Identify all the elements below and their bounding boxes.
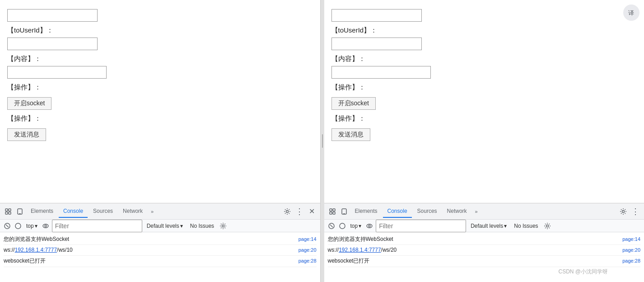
- svg-point-6: [286, 210, 288, 212]
- left-panel-content: 10 【toUserId】： 20 【内容】： hello websocket …: [0, 0, 320, 203]
- svg-point-19: [622, 210, 625, 212]
- right-action1-label: 【操作】：: [331, 83, 637, 92]
- left-console-page-3[interactable]: page:28: [299, 257, 317, 265]
- left-close-button[interactable]: ✕: [306, 206, 317, 216]
- svg-rect-2: [5, 212, 8, 214]
- right-top-label: top: [350, 223, 358, 229]
- left-console-page-2[interactable]: page:20: [299, 246, 317, 254]
- svg-rect-3: [9, 212, 11, 214]
- right-console-text-1: 您的浏览器支持WebSocket: [328, 235, 393, 244]
- right-devtools-bar: Elements Console Sources Network » ⋮: [324, 203, 644, 282]
- right-clear-icon[interactable]: [327, 221, 336, 230]
- left-action1-label: 【操作】：: [7, 83, 313, 92]
- left-devtools-tabs: Elements Console Sources Network » ⋮ ✕: [0, 203, 320, 220]
- left-action2-label: 【操作】：: [7, 114, 313, 123]
- left-ws-suffix: /ws/10: [57, 247, 73, 253]
- left-settings-icon[interactable]: [282, 206, 293, 217]
- svg-rect-4: [18, 209, 22, 214]
- svg-rect-16: [333, 212, 335, 214]
- left-console-settings-icon[interactable]: [219, 221, 228, 230]
- svg-point-10: [43, 224, 48, 228]
- left-console-page-1[interactable]: page:14: [299, 235, 317, 244]
- left-content-input[interactable]: hello websocket dd: [7, 66, 107, 79]
- svg-point-25: [546, 225, 548, 227]
- svg-point-22: [340, 223, 345, 229]
- right-device-icon[interactable]: [339, 206, 350, 217]
- left-inspect-icon[interactable]: [3, 206, 14, 217]
- left-clear-icon[interactable]: [3, 221, 12, 230]
- right-content-label: 【内容】：: [331, 55, 637, 63]
- right-top-dropdown-icon: ▾: [359, 223, 361, 229]
- left-tab-more[interactable]: »: [148, 207, 156, 216]
- left-top-dropdown-icon: ▾: [35, 223, 37, 229]
- right-console-line-1: 您的浏览器支持WebSocket page:14: [328, 234, 641, 245]
- svg-point-24: [369, 225, 370, 227]
- right-filter-input[interactable]: [376, 220, 466, 232]
- left-top-selector[interactable]: top ▾: [24, 222, 39, 230]
- svg-rect-17: [342, 209, 346, 214]
- right-settings-icon[interactable]: [618, 206, 629, 217]
- svg-point-11: [45, 225, 47, 227]
- translate-button[interactable]: 译: [623, 5, 639, 21]
- left-panel: 10 【toUserId】： 20 【内容】： hello websocket …: [0, 0, 321, 282]
- right-top-selector[interactable]: top ▾: [349, 222, 364, 230]
- right-tab-more[interactable]: »: [472, 207, 481, 216]
- right-console-settings-icon[interactable]: [543, 221, 552, 230]
- svg-text:译: 译: [628, 9, 634, 16]
- left-console-text-3: websocket已打开: [4, 257, 46, 265]
- left-to-user-label: 【toUserId】：: [7, 26, 313, 35]
- left-tab-elements[interactable]: Elements: [26, 205, 58, 218]
- svg-rect-14: [333, 209, 335, 211]
- left-to-user-input[interactable]: 20: [7, 38, 98, 50]
- left-tab-sources[interactable]: Sources: [89, 205, 117, 218]
- right-tab-elements[interactable]: Elements: [350, 205, 382, 218]
- right-default-levels[interactable]: Default levels ▾: [468, 222, 509, 230]
- left-filter-icon[interactable]: [14, 221, 23, 230]
- svg-rect-15: [330, 212, 332, 214]
- left-filter-input[interactable]: [52, 220, 142, 232]
- left-ws-link[interactable]: 192.168.1.4:7777: [15, 247, 57, 253]
- right-console-page-1[interactable]: page:14: [622, 235, 640, 244]
- right-tab-network[interactable]: Network: [443, 205, 471, 218]
- right-console-content: 您的浏览器支持WebSocket page:14 ws://192.168.1.…: [324, 232, 644, 282]
- svg-rect-0: [5, 209, 8, 211]
- left-default-levels[interactable]: Default levels ▾: [144, 222, 186, 230]
- left-console-line-2: ws://192.168.1.4:7777/ws/10 page:20: [4, 245, 317, 256]
- right-tab-sources[interactable]: Sources: [413, 205, 442, 218]
- right-from-user-input[interactable]: 20: [331, 9, 422, 22]
- right-filter-icon[interactable]: [338, 221, 347, 230]
- left-tab-console[interactable]: Console: [59, 205, 88, 218]
- right-devtools-toolbar: top ▾ Default levels ▾ No Issues: [324, 220, 644, 232]
- left-tab-network[interactable]: Network: [118, 205, 147, 218]
- left-ws-prefix: ws://: [4, 247, 15, 253]
- right-console-page-2[interactable]: page:20: [622, 246, 640, 254]
- left-send-msg-button[interactable]: 发送消息: [7, 128, 46, 141]
- right-tab-console[interactable]: Console: [383, 205, 412, 218]
- right-send-msg-button[interactable]: 发送消息: [331, 128, 370, 141]
- left-eye-icon[interactable]: [41, 221, 50, 230]
- right-open-socket-button[interactable]: 开启socket: [331, 97, 376, 110]
- left-device-icon[interactable]: [14, 206, 25, 217]
- right-ws-link[interactable]: 192.168.1.4:7777: [339, 247, 381, 253]
- right-inspect-icon[interactable]: [327, 206, 338, 217]
- left-from-user-input[interactable]: 10: [7, 9, 98, 22]
- panel-divider: [321, 0, 324, 282]
- right-devtools-tabs: Elements Console Sources Network » ⋮: [324, 203, 644, 220]
- svg-point-12: [222, 225, 224, 227]
- right-to-user-input[interactable]: 10: [331, 38, 422, 50]
- left-more-menu[interactable]: ⋮: [294, 206, 305, 217]
- right-eye-icon[interactable]: [365, 221, 374, 230]
- right-console-text-3: websocket已打开: [328, 257, 370, 265]
- svg-rect-13: [330, 209, 332, 211]
- left-open-socket-button[interactable]: 开启socket: [7, 97, 51, 110]
- left-console-content: 您的浏览器支持WebSocket page:14 ws://192.168.1.…: [0, 232, 320, 282]
- right-console-page-3[interactable]: page:28: [622, 257, 640, 265]
- svg-line-21: [330, 225, 333, 227]
- svg-point-9: [15, 223, 21, 229]
- right-content-input[interactable]: hello websocket ee: [331, 66, 431, 79]
- right-to-user-label: 【toUserId】：: [331, 26, 637, 35]
- right-more-menu[interactable]: ⋮: [630, 206, 641, 217]
- right-console-line-2: ws://192.168.1.4:7777/ws/20 page:20: [328, 245, 641, 256]
- right-ws-prefix: ws://: [328, 247, 339, 253]
- left-console-text-1: 您的浏览器支持WebSocket: [4, 235, 69, 244]
